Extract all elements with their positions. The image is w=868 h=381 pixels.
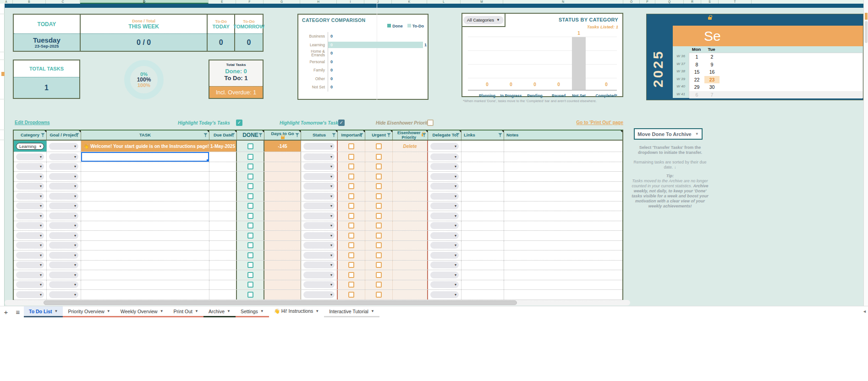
notes-cell[interactable] (504, 172, 622, 181)
days-to-go-cell[interactable] (264, 280, 301, 290)
notes-cell[interactable] (504, 211, 622, 221)
all-sheets-menu-button[interactable]: ≡ (12, 306, 24, 317)
header-urgent[interactable]: Urgent (365, 131, 393, 140)
done-cell[interactable] (237, 172, 264, 181)
done-cell[interactable] (237, 162, 264, 172)
important-cell[interactable] (338, 290, 365, 299)
important-cell[interactable] (338, 172, 365, 181)
urgent-checkbox[interactable] (376, 154, 382, 160)
delegate-dropdown[interactable] (430, 291, 459, 298)
important-cell[interactable] (338, 201, 365, 211)
task-cell[interactable] (81, 290, 209, 299)
status-cell[interactable] (301, 182, 338, 191)
calendar-date[interactable]: 8 (689, 61, 704, 69)
eisenhower-cell[interactable] (393, 172, 428, 181)
task-cell[interactable] (81, 250, 209, 260)
tab-interactive-tutorial[interactable]: Interactive Tutorial▼ (324, 306, 379, 317)
goto-printout-link[interactable]: Go to 'Print Out' page (549, 120, 623, 125)
highlight-today-checkbox[interactable]: ✓ (236, 120, 242, 126)
links-cell[interactable] (461, 280, 504, 290)
calendar-date[interactable]: 29 (689, 83, 704, 91)
days-to-go-cell[interactable] (264, 250, 301, 260)
status-cell[interactable] (301, 211, 338, 221)
important-cell[interactable] (338, 221, 365, 231)
tab-priority-overview[interactable]: Priority Overview▼ (63, 306, 115, 317)
goal-dropdown[interactable] (49, 193, 78, 200)
delegate-cell[interactable] (428, 162, 461, 172)
due-date-cell[interactable] (209, 211, 237, 221)
category-dropdown[interactable] (16, 183, 44, 190)
task-cell[interactable]: 👋 Welcome! Your start guide is on the In… (81, 141, 209, 152)
important-checkbox[interactable] (348, 143, 354, 149)
due-date-cell[interactable]: 1-May-2025 (209, 141, 237, 152)
delegate-cell[interactable] (428, 201, 461, 211)
status-cell[interactable] (301, 172, 338, 181)
links-cell[interactable] (461, 211, 504, 221)
notes-cell[interactable] (504, 182, 622, 191)
status-cell[interactable] (301, 250, 338, 260)
status-dropdown[interactable] (303, 291, 335, 298)
eisenhower-cell[interactable] (393, 280, 428, 290)
delegate-dropdown[interactable] (430, 222, 459, 229)
status-dropdown[interactable] (303, 232, 335, 239)
hide-eisenhower-checkbox[interactable] (427, 120, 434, 126)
important-cell[interactable] (338, 280, 365, 290)
due-date-cell[interactable] (209, 221, 237, 231)
task-cell[interactable] (81, 172, 209, 181)
task-cell[interactable] (81, 201, 209, 211)
tab-weekly-overview[interactable]: Weekly Overview▼ (115, 306, 169, 317)
status-cell[interactable] (301, 201, 338, 211)
links-cell[interactable] (461, 191, 504, 201)
category-filter-dropdown[interactable]: All Categories▼ (463, 16, 504, 24)
days-to-go-cell[interactable] (264, 261, 301, 270)
status-cell[interactable] (301, 231, 338, 240)
urgent-checkbox[interactable] (376, 174, 382, 180)
done-cell[interactable] (237, 270, 264, 280)
category-dropdown[interactable]: Learning (16, 143, 44, 150)
status-dropdown[interactable] (303, 272, 335, 278)
vertical-scrollbar[interactable] (863, 0, 868, 306)
links-cell[interactable] (461, 250, 504, 260)
links-cell[interactable] (461, 261, 504, 270)
status-dropdown[interactable] (303, 193, 335, 200)
column-letter[interactable]: J (364, 0, 392, 4)
important-cell[interactable] (338, 270, 365, 280)
due-date-cell[interactable] (209, 191, 237, 201)
days-to-go-cell[interactable] (264, 182, 301, 191)
due-date-cell[interactable] (209, 162, 237, 172)
goal-cell[interactable] (47, 231, 81, 240)
category-dropdown[interactable] (16, 291, 44, 298)
status-cell[interactable] (301, 141, 338, 152)
days-to-go-cell[interactable] (264, 241, 301, 250)
calendar-date[interactable]: 9 (704, 61, 720, 69)
task-cell[interactable] (81, 221, 209, 231)
column-letter[interactable]: S (701, 0, 719, 4)
goal-cell[interactable] (47, 172, 81, 181)
due-date-cell[interactable] (209, 172, 237, 181)
urgent-cell[interactable] (365, 201, 393, 211)
task-cell[interactable] (81, 231, 209, 240)
done-cell[interactable] (237, 250, 264, 260)
filter-icon[interactable] (295, 133, 299, 137)
due-date-cell[interactable] (209, 261, 237, 270)
status-dropdown[interactable] (303, 153, 335, 160)
eisenhower-cell[interactable] (393, 241, 428, 250)
category-dropdown[interactable] (16, 222, 44, 229)
goal-dropdown[interactable] (49, 261, 78, 268)
eisenhower-cell[interactable] (393, 290, 428, 299)
column-letter[interactable]: F (236, 0, 264, 4)
goal-cell[interactable] (47, 221, 81, 231)
category-dropdown[interactable] (16, 272, 44, 278)
days-to-go-cell[interactable] (264, 162, 301, 172)
urgent-checkbox[interactable] (376, 223, 382, 229)
due-date-cell[interactable] (209, 201, 237, 211)
delegate-dropdown[interactable] (430, 272, 459, 278)
goal-cell[interactable] (47, 270, 81, 280)
urgent-checkbox[interactable] (376, 143, 382, 149)
links-cell[interactable] (461, 290, 504, 299)
days-to-go-cell[interactable]: -145 (264, 141, 301, 152)
notes-cell[interactable] (504, 141, 622, 152)
goal-dropdown[interactable] (49, 252, 78, 259)
urgent-checkbox[interactable] (376, 213, 382, 219)
column-letter[interactable]: E (209, 0, 236, 4)
